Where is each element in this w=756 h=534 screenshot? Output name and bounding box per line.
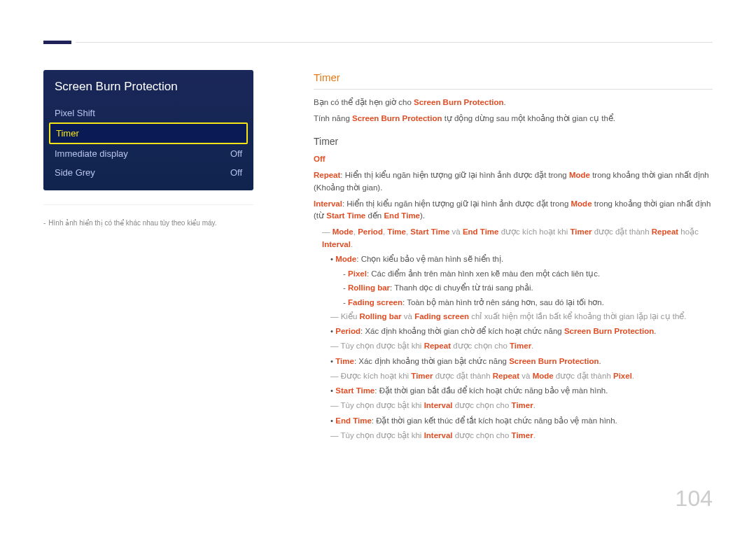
text: .	[632, 372, 634, 380]
text: : Các điểm ảnh trên màn hình xen kẽ màu …	[367, 269, 600, 278]
bold-term: Timer	[510, 342, 531, 350]
off-label: Off	[314, 153, 713, 165]
text: hoặc	[678, 227, 699, 236]
bold-term: Interval	[424, 401, 453, 409]
text: ).	[420, 211, 425, 220]
text: tự động dừng sau một khoảng thời gian cụ…	[442, 114, 615, 122]
bold-term: Interval	[314, 199, 342, 208]
text: được chọn cho	[453, 431, 512, 440]
text: .	[531, 342, 533, 350]
period-item: • Period: Xác định khoảng thời gian chờ …	[330, 325, 713, 337]
osd-row-timer[interactable]: Timer	[49, 122, 248, 144]
intro-line-1: Bạn có thể đặt hẹn giờ cho Screen Burn P…	[314, 97, 713, 108]
osd-title: Screen Burn Protection	[43, 70, 253, 104]
text: chỉ xuất hiện một lần bất kể khoảng thời…	[469, 312, 686, 321]
text: được kích hoạt khi	[498, 227, 570, 236]
start-time-item: • Start Time: Đặt thời gian bắt đầu để k…	[330, 385, 713, 397]
bold-term: Mode	[569, 171, 590, 179]
bold-term: Mode	[571, 199, 592, 208]
note-end-time: ― Tùy chọn được bật khi Interval được ch…	[330, 430, 713, 442]
osd-row-label: Pixel Shift	[55, 108, 95, 118]
bold-term: Start Time	[335, 386, 374, 395]
pixel-item: - Pixel: Các điểm ảnh trên màn hình xen …	[343, 268, 713, 280]
bold-term: Repeat	[652, 227, 678, 236]
text: .	[504, 98, 506, 106]
end-time-item: • End Time: Đặt thời gian kết thúc để tắ…	[330, 415, 713, 427]
text: được đặt thành	[554, 372, 613, 380]
bold-term: Interval	[424, 431, 453, 440]
text: : Xác định khoảng thời gian chờ để kích …	[360, 327, 564, 335]
bold-term: Fading screen	[414, 312, 469, 321]
text: được chọn cho	[453, 401, 512, 409]
caption-text: Hình ảnh hiển thị có thể khác nhau tùy t…	[48, 219, 216, 227]
bold-term: Rolling bar	[360, 312, 402, 321]
osd-row-immediate-display[interactable]: Immediate display Off	[43, 144, 253, 163]
bold-term: Mode	[335, 255, 356, 263]
text: : Hiển thị kiểu ngăn hiện tượng giữ lại …	[342, 199, 571, 208]
text: và	[519, 372, 533, 380]
text: Được kích hoạt khi	[341, 372, 412, 380]
text: Kiểu	[341, 312, 360, 321]
note-start-time: ― Tùy chọn được bật khi Interval được ch…	[330, 400, 713, 412]
left-column: Screen Burn Protection Pixel Shift Timer…	[43, 70, 253, 227]
bold-term: Mode	[533, 372, 554, 380]
bold-term: End Time	[463, 227, 499, 236]
rolling-bar-item: - Rolling bar: Thanh dọc di chuyển từ tr…	[343, 282, 713, 294]
text: : Đặt thời gian kết thúc để tắt kích hoạ…	[372, 416, 617, 425]
bold-term: Screen Burn Protection	[352, 114, 442, 122]
caption-note: -Hình ảnh hiển thị có thể khác nhau tùy …	[43, 204, 253, 227]
text: .	[654, 327, 656, 335]
osd-row-value: Off	[230, 167, 242, 178]
text: : Thanh dọc di chuyển từ trái sang phải.	[390, 283, 533, 292]
bold-term: Period	[358, 227, 383, 236]
osd-row-pixel-shift[interactable]: Pixel Shift	[43, 104, 253, 122]
header-divider	[76, 42, 713, 43]
page-number: 104	[676, 486, 713, 512]
section-title: Timer	[314, 70, 713, 90]
note-period: ― Tùy chọn được bật khi Repeat được chọn…	[330, 340, 713, 352]
osd-row-value: Off	[230, 148, 242, 159]
bold-term: Screen Burn Protection	[414, 98, 503, 106]
bold-term: Period	[335, 327, 360, 335]
text: được đặt thành	[433, 372, 492, 380]
text: .	[533, 431, 536, 440]
note-time: ― Được kích hoạt khi Timer được đặt thàn…	[330, 370, 713, 382]
bold-term: Start Time	[326, 211, 365, 220]
bold-term: Repeat	[493, 372, 519, 380]
text: và	[402, 312, 415, 321]
text: .	[599, 357, 601, 365]
text: : Hiển thị kiểu ngăn hiện tượng giữ lại …	[340, 171, 569, 179]
sub-section-title: Timer	[314, 134, 713, 149]
text: đến	[365, 211, 384, 220]
text: Tùy chọn được bật khi	[341, 431, 424, 440]
osd-row-side-grey[interactable]: Side Grey Off	[43, 163, 253, 182]
text: Tùy chọn được bật khi	[341, 342, 424, 350]
text: : Xác định khoảng thời gian bật chức năn…	[354, 357, 509, 365]
note-rolling-fading: ― Kiểu Rolling bar và Fading screen chỉ …	[330, 311, 713, 323]
bold-term: Time	[335, 357, 354, 365]
bold-term: End Time	[335, 416, 372, 425]
text: : Chọn kiểu bảo vệ màn hình sẽ hiển thị.	[356, 255, 503, 263]
bold-term: Screen Burn Protection	[509, 357, 598, 365]
fading-screen-item: - Fading screen: Toàn bộ màn hình trở nê…	[343, 297, 713, 309]
text: : Toàn bộ màn hình trở nên sáng hơn, sau…	[402, 298, 604, 307]
osd-panel: Screen Burn Protection Pixel Shift Timer…	[43, 70, 253, 190]
intro-line-2: Tính năng Screen Burn Protection tự động…	[314, 113, 713, 125]
osd-row-label: Timer	[56, 128, 79, 139]
bold-term: Timer	[411, 372, 433, 380]
bold-term: Repeat	[314, 171, 340, 179]
bold-term: Rolling bar	[348, 283, 390, 292]
text: được chọn cho	[451, 342, 510, 350]
bold-term: Repeat	[424, 342, 451, 350]
bold-term: Mode	[332, 227, 354, 236]
dash-icon: -	[43, 219, 46, 227]
right-column: Timer Bạn có thể đặt hẹn giờ cho Screen …	[314, 70, 713, 444]
header-accent-bar	[43, 41, 71, 44]
bold-term: Fading screen	[348, 298, 402, 307]
time-item: • Time: Xác định khoảng thời gian bật ch…	[330, 356, 713, 367]
bold-term: Screen Burn Protection	[564, 327, 654, 335]
mode-item: • Mode: Chọn kiểu bảo vệ màn hình sẽ hiể…	[330, 253, 713, 265]
text: Tùy chọn được bật khi	[341, 401, 424, 409]
text: được đặt thành	[592, 227, 652, 236]
bold-term: End Time	[384, 211, 420, 220]
